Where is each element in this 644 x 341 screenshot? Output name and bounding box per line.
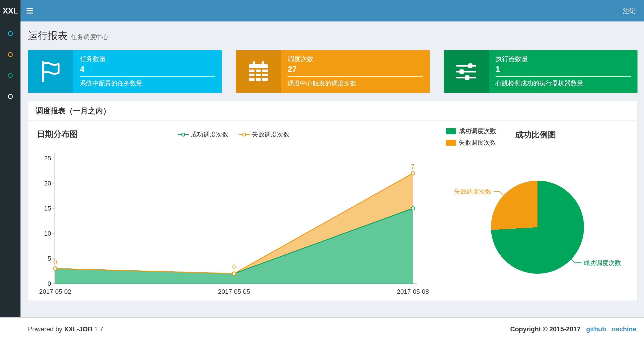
- brand-name: XXL-JOB: [64, 325, 92, 333]
- card-value: 4: [80, 64, 215, 74]
- summary-cards: 任务数量 4 系统中配置的任务数量: [28, 50, 638, 93]
- logout-link[interactable]: 注销: [614, 0, 644, 22]
- svg-text:5: 5: [48, 255, 51, 262]
- top-navbar: XXL 注销: [0, 0, 644, 22]
- line-series-icon: [238, 132, 250, 137]
- page-subtitle: 任务调度中心: [71, 31, 108, 43]
- sidebar-toggle-button[interactable]: [20, 0, 39, 22]
- circle-icon: [8, 94, 13, 99]
- report-panel-body: 日期分布图 成功调度次数 失败调度次数 051015: [28, 121, 637, 300]
- sidebar-item-4[interactable]: [0, 86, 20, 107]
- circle-icon: [8, 73, 13, 78]
- circle-icon: [8, 31, 13, 36]
- legend-label: 成功调度次数: [459, 127, 496, 135]
- pie-chart-legend: 成功调度次数 失败调度次数: [446, 127, 496, 147]
- copyright-text: Copyright © 2015-2017: [510, 325, 580, 333]
- svg-text:10: 10: [44, 230, 51, 237]
- legend-item-fail[interactable]: 失败调度次数: [446, 138, 496, 147]
- footer-right: Copyright © 2015-2017 github oschina: [510, 325, 636, 333]
- svg-text:2017-05-05: 2017-05-05: [218, 288, 250, 295]
- svg-text:2017-05-02: 2017-05-02: [39, 288, 71, 295]
- executor-count-card: 执行器数量 1 心跳检测成功的执行器机器数量: [444, 50, 638, 93]
- trigger-count-card: 调度次数 27 调度中心触发的调度次数: [236, 50, 430, 93]
- svg-text:0: 0: [53, 258, 57, 266]
- card-title: 任务数量: [80, 55, 215, 63]
- navbar-spacer: [39, 0, 614, 22]
- card-divider: [288, 76, 423, 77]
- card-divider: [80, 76, 215, 77]
- svg-text:25: 25: [44, 155, 51, 162]
- legend-item-success[interactable]: 成功调度次数: [178, 130, 228, 139]
- sidebar-item-2[interactable]: [0, 44, 20, 65]
- line-chart-title: 日期分布图: [37, 129, 78, 140]
- legend-item-success[interactable]: 成功调度次数: [446, 127, 496, 135]
- legend-label: 失败调度次数: [459, 138, 496, 147]
- success-ratio-pie-chart: 成功调度次数失败调度次数: [432, 123, 638, 299]
- svg-text:成功调度次数: 成功调度次数: [583, 259, 621, 266]
- page-footer: Powered by XXL-JOB 1.7 Copyright © 2015-…: [0, 317, 644, 341]
- line-chart-legend: 成功调度次数 失败调度次数: [178, 130, 290, 139]
- card-description: 系统中配置的任务数量: [80, 79, 215, 87]
- sidebar: [0, 22, 20, 317]
- version: 1.7: [94, 325, 104, 333]
- jobs-count-card: 任务数量 4 系统中配置的任务数量: [28, 50, 222, 93]
- svg-text:20: 20: [44, 180, 51, 187]
- card-value: 27: [288, 64, 423, 74]
- logo-text-bold: XX: [3, 6, 13, 16]
- legend-item-fail[interactable]: 失败调度次数: [238, 130, 290, 139]
- sidebar-item-1[interactable]: [0, 23, 20, 44]
- report-panel-title: 调度报表（一月之内）: [36, 106, 110, 116]
- main-content: 运行报表 任务调度中心 任务数量 4 系统中配置的任务数量: [20, 22, 644, 301]
- svg-text:失败调度次数: 失败调度次数: [454, 188, 492, 195]
- sidebar-menu: [0, 23, 20, 107]
- oschina-link[interactable]: oschina: [612, 325, 636, 333]
- card-description: 调度中心触发的调度次数: [288, 79, 423, 87]
- legend-label: 失败调度次数: [252, 130, 290, 139]
- card-title: 调度次数: [288, 55, 423, 63]
- github-link[interactable]: github: [586, 325, 606, 333]
- svg-text:7: 7: [411, 163, 414, 170]
- page-title: 运行报表: [28, 30, 68, 42]
- swatch-icon: [446, 140, 456, 146]
- swatch-icon: [446, 128, 456, 134]
- hamburger-icon: [26, 8, 33, 9]
- card-divider: [496, 76, 631, 77]
- card-title: 执行器数量: [496, 55, 631, 63]
- logo-text-light: L: [13, 6, 18, 16]
- legend-label: 成功调度次数: [191, 130, 228, 139]
- sliders-icon: [444, 50, 489, 93]
- line-series-icon: [178, 132, 189, 137]
- report-panel-header: 调度报表（一月之内）: [28, 101, 637, 121]
- page-header: 运行报表 任务调度中心: [28, 30, 638, 43]
- app-logo[interactable]: XXL: [0, 0, 20, 22]
- card-description: 心跳检测成功的执行器机器数量: [496, 79, 631, 87]
- card-value: 1: [496, 64, 631, 74]
- circle-icon: [8, 52, 13, 57]
- svg-text:2017-05-08: 2017-05-08: [397, 288, 429, 295]
- powered-by: Powered by XXL-JOB 1.7: [28, 325, 103, 333]
- sidebar-item-3[interactable]: [0, 65, 20, 86]
- svg-text:0: 0: [48, 280, 51, 287]
- date-distribution-chart: 05101520252017-05-022017-05-052017-05-08…: [38, 144, 443, 303]
- calendar-icon: [236, 50, 281, 93]
- svg-text:15: 15: [44, 205, 51, 212]
- svg-text:0: 0: [232, 263, 236, 271]
- flag-icon: [28, 50, 73, 93]
- report-panel: 调度报表（一月之内） 日期分布图 成功调度次数 失败调度次数: [28, 101, 638, 301]
